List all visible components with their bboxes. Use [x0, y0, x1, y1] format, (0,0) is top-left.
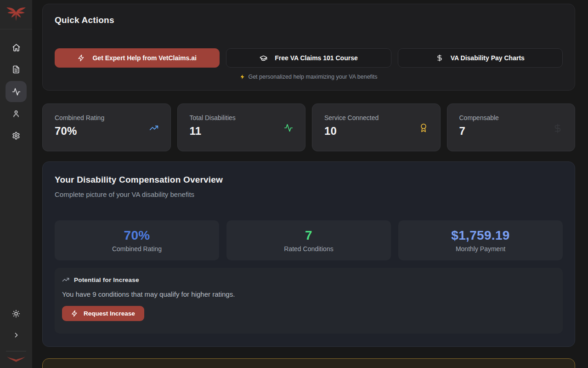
trending-up-icon — [149, 123, 158, 132]
activity-icon — [284, 123, 293, 132]
sidebar-item-profile[interactable] — [6, 103, 27, 124]
metric-value: 7 — [305, 228, 312, 243]
vetclaims-eagle-icon — [5, 6, 28, 24]
overview-metrics-row: 70% Combined Rating 7 Rated Conditions $… — [55, 220, 563, 260]
metric-label: Monthly Payment — [456, 245, 505, 253]
zap-icon — [71, 310, 78, 317]
stat-label: Compensable — [459, 114, 563, 121]
sidebar-nav — [6, 37, 27, 146]
stat-label: Service Connected — [324, 114, 428, 121]
stat-card-service-connected[interactable]: Service Connected 10 — [312, 104, 441, 151]
overview-subtitle: Complete picture of your VA disability b… — [55, 190, 563, 198]
stat-card-compensable[interactable]: Compensable 7 — [447, 104, 576, 151]
metric-value: $1,759.19 — [451, 228, 509, 243]
button-label: Request Increase — [84, 310, 135, 317]
dollar-icon — [553, 123, 563, 133]
get-expert-help-button[interactable]: Get Expert Help from VetClaims.ai — [55, 48, 220, 68]
button-label: Get Expert Help from VetClaims.ai — [92, 54, 196, 62]
award-icon — [419, 123, 428, 132]
stat-card-combined-rating[interactable]: Combined Rating 70% — [42, 104, 171, 151]
sidebar-item-home[interactable] — [6, 37, 27, 58]
stat-value: 10 — [324, 125, 428, 138]
va-claims-course-button[interactable]: Free VA Claims 101 Course — [226, 48, 391, 68]
vetclaims-mini-logo-icon — [6, 356, 26, 362]
pay-charts-button[interactable]: VA Disability Pay Charts — [398, 48, 563, 68]
stat-card-total-disabilities[interactable]: Total Disabilities 11 — [177, 104, 306, 151]
stat-label: Combined Rating — [55, 114, 158, 121]
graduation-cap-icon — [260, 54, 267, 62]
quick-actions-title: Quick Actions — [55, 15, 563, 25]
metric-value: 70% — [124, 228, 150, 243]
sidebar-item-activity[interactable] — [6, 81, 27, 102]
quick-actions-button-row: Get Expert Help from VetClaims.ai Free V… — [55, 48, 563, 68]
metric-combined-rating: 70% Combined Rating — [55, 220, 219, 260]
stat-value: 70% — [55, 125, 158, 138]
chevron-right-icon — [12, 331, 20, 339]
request-increase-button[interactable]: Request Increase — [62, 306, 144, 321]
stat-label: Total Disabilities — [190, 114, 294, 121]
increase-body: You have 9 conditions that may qualify f… — [62, 290, 555, 298]
lightning-icon — [240, 74, 245, 80]
app-logo[interactable] — [0, 0, 32, 29]
stats-row: Combined Rating 70% Total Disabilities 1… — [42, 104, 575, 151]
activity-icon — [12, 87, 21, 96]
document-icon — [12, 65, 20, 74]
quick-actions-caption: Get personalized help maximizing your VA… — [55, 74, 563, 80]
metric-label: Rated Conditions — [284, 245, 333, 253]
sun-icon — [12, 310, 20, 318]
potential-increase-panel: Potential for Increase You have 9 condit… — [55, 268, 563, 334]
sidebar-divider — [6, 351, 26, 351]
compensation-overview-card: Your Disability Compensation Overview Co… — [42, 161, 575, 347]
sidebar-item-claims[interactable] — [6, 59, 27, 80]
expand-sidebar-button[interactable] — [6, 324, 27, 345]
gear-icon — [12, 132, 20, 140]
stat-value: 11 — [190, 125, 294, 138]
bottom-highlight-card — [42, 358, 575, 368]
home-icon — [12, 43, 21, 52]
sidebar-item-settings[interactable] — [6, 125, 27, 146]
increase-title: Potential for Increase — [74, 276, 139, 283]
metric-monthly-payment: $1,759.19 Monthly Payment — [398, 220, 563, 260]
metric-label: Combined Rating — [112, 245, 162, 253]
quick-actions-card: Quick Actions Get Expert Help from VetCl… — [42, 4, 575, 91]
caption-text: Get personalized help maximizing your VA… — [248, 74, 377, 80]
sidebar-footer — [6, 303, 27, 362]
overview-title: Your Disability Compensation Overview — [55, 175, 563, 185]
button-label: VA Disability Pay Charts — [451, 54, 525, 62]
button-label: Free VA Claims 101 Course — [275, 54, 358, 62]
trending-up-icon — [62, 276, 69, 283]
user-icon — [12, 109, 20, 118]
dollar-icon — [436, 54, 443, 62]
zap-icon — [78, 54, 85, 62]
theme-toggle-button[interactable] — [6, 303, 27, 324]
main-content: Quick Actions Get Expert Help from VetCl… — [32, 0, 588, 368]
sidebar — [0, 0, 32, 368]
stat-value: 7 — [459, 125, 563, 138]
metric-rated-conditions: 7 Rated Conditions — [226, 220, 391, 260]
